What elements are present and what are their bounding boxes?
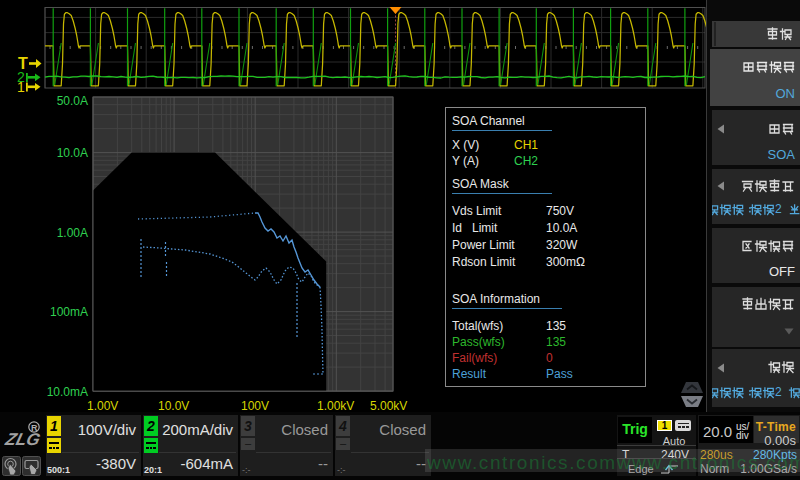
- svg-text:2: 2: [775, 203, 782, 216]
- svg-text:R: R: [31, 423, 38, 433]
- svg-text:2: 2: [775, 386, 782, 399]
